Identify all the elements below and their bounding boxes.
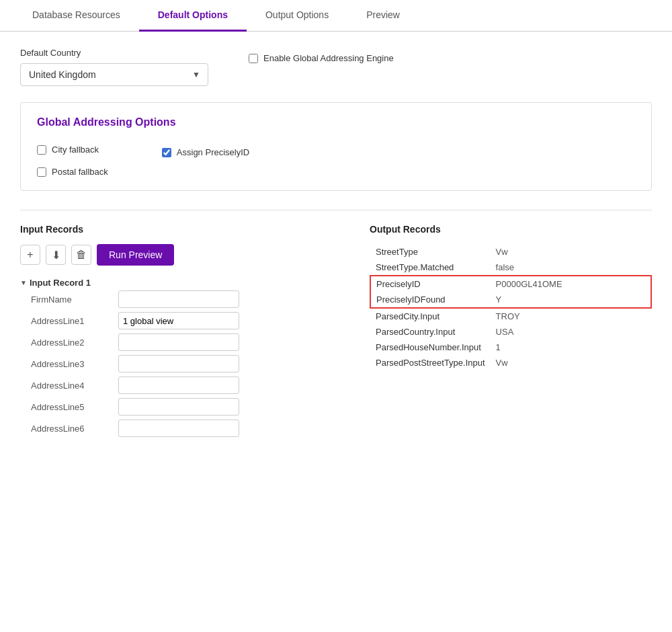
field-value-input[interactable] (118, 333, 239, 351)
field-value-input[interactable] (118, 420, 239, 437)
field-row: AddressLine2 (31, 333, 356, 351)
global-addressing-engine-row: Enable Global Addressing Engine (249, 53, 394, 63)
input-record-1-toggle[interactable]: ▼ Input Record 1 (20, 275, 356, 290)
output-field-name: PreciselyIDFound (370, 292, 491, 308)
input-records-title: Input Records (20, 224, 83, 235)
field-name-label: AddressLine4 (31, 381, 112, 391)
run-preview-button[interactable]: Run Preview (97, 244, 174, 266)
delete-record-button[interactable]: 🗑 (71, 245, 91, 265)
assign-precisely-id-label: Assign PreciselyID (177, 147, 249, 157)
default-country-select-wrapper: United Kingdom United States Canada Aust… (20, 63, 208, 86)
input-records-panel: Input Records + ⬇ 🗑 Run Preview ▼ Input … (20, 224, 370, 441)
output-table-row: ParsedCity.InputTROY (370, 308, 651, 324)
field-value-input[interactable] (118, 398, 239, 416)
input-record-tree: ▼ Input Record 1 FirmNameAddressLine1Add… (20, 275, 356, 437)
top-section: Default Country United Kingdom United St… (20, 48, 652, 86)
default-country-group: Default Country United Kingdom United St… (20, 48, 208, 86)
output-field-value: Y (491, 292, 651, 308)
field-row: FirmName (31, 290, 356, 308)
plus-icon: + (27, 249, 33, 261)
field-value-input[interactable] (118, 290, 239, 308)
tab-output-options[interactable]: Output Options (247, 0, 347, 32)
tab-database-resources[interactable]: Database Resources (13, 0, 139, 32)
enable-global-addressing-checkbox[interactable] (249, 54, 258, 63)
global-addressing-options-body: City fallback Postal fallback Assign Pre… (37, 139, 635, 177)
records-section: Input Records + ⬇ 🗑 Run Preview ▼ Input … (20, 224, 652, 441)
field-name-label: AddressLine6 (31, 424, 112, 434)
output-field-value: Vw (491, 355, 651, 370)
field-name-label: AddressLine3 (31, 359, 112, 369)
add-record-button[interactable]: + (20, 245, 40, 265)
output-field-value: TROY (491, 308, 651, 324)
output-field-value: P0000GL41OME (491, 276, 651, 292)
download-record-button[interactable]: ⬇ (46, 245, 66, 265)
output-field-value: 1 (491, 340, 651, 355)
input-records-header: Input Records (20, 224, 356, 235)
tab-bar: Database Resources Default Options Outpu… (0, 0, 672, 32)
field-row: AddressLine4 (31, 377, 356, 394)
output-table-row: StreetType.Matchedfalse (370, 260, 651, 276)
field-name-label: AddressLine5 (31, 402, 112, 412)
trash-icon: 🗑 (76, 249, 87, 261)
field-name-label: AddressLine2 (31, 338, 112, 348)
output-field-name: ParsedCountry.Input (370, 324, 491, 340)
output-table-row: PreciselyIDFoundY (370, 292, 651, 308)
postal-fallback-label: Postal fallback (52, 167, 108, 177)
output-table-row: StreetTypeVw (370, 244, 651, 260)
output-field-name: ParsedPostStreetType.Input (370, 355, 491, 370)
default-country-select[interactable]: United Kingdom United States Canada Aust… (20, 63, 208, 86)
output-records-title: Output Records (370, 224, 441, 235)
output-table-row: PreciselyIDP0000GL41OME (370, 276, 651, 292)
postal-fallback-row: Postal fallback (37, 167, 108, 177)
assign-precisely-id-checkbox[interactable] (162, 148, 171, 157)
city-fallback-row: City fallback (37, 145, 108, 155)
output-table-row: ParsedHouseNumber.Input1 (370, 340, 651, 355)
input-records-toolbar: + ⬇ 🗑 Run Preview (20, 244, 356, 266)
tab-default-options[interactable]: Default Options (139, 0, 247, 32)
section-divider (20, 210, 652, 210)
assign-precisely-id-row: Assign PreciselyID (162, 147, 249, 157)
field-row: AddressLine5 (31, 398, 356, 416)
output-field-name: ParsedHouseNumber.Input (370, 340, 491, 355)
assign-precisely-id-col: Assign PreciselyID (162, 139, 249, 177)
field-value-input[interactable] (118, 377, 239, 394)
postal-fallback-checkbox[interactable] (37, 167, 46, 177)
input-record-1-fields: FirmNameAddressLine1AddressLine2AddressL… (20, 290, 356, 437)
output-field-name: PreciselyID (370, 276, 491, 292)
output-field-name: StreetType.Matched (370, 260, 491, 276)
output-field-name: StreetType (370, 244, 491, 260)
output-field-value: false (491, 260, 651, 276)
field-value-input[interactable] (118, 312, 239, 329)
field-row: AddressLine6 (31, 420, 356, 437)
fallback-checkboxes: City fallback Postal fallback (37, 139, 108, 177)
tab-preview[interactable]: Preview (347, 0, 419, 32)
field-row: AddressLine1 (31, 312, 356, 329)
field-value-input[interactable] (118, 355, 239, 372)
output-records-panel: Output Records StreetTypeVwStreetType.Ma… (370, 224, 652, 370)
default-country-label: Default Country (20, 48, 208, 58)
input-record-1-label: Input Record 1 (30, 278, 91, 288)
output-records-table: StreetTypeVwStreetType.MatchedfalsePreci… (370, 244, 652, 370)
city-fallback-checkbox[interactable] (37, 145, 46, 155)
enable-global-addressing-label: Enable Global Addressing Engine (263, 53, 394, 63)
output-field-name: ParsedCity.Input (370, 308, 491, 324)
download-icon: ⬇ (52, 249, 60, 262)
city-fallback-label: City fallback (52, 145, 99, 155)
output-records-header: Output Records (370, 224, 652, 235)
output-field-value: Vw (491, 244, 651, 260)
caret-down-icon: ▼ (20, 279, 27, 286)
field-name-label: AddressLine1 (31, 316, 112, 326)
output-table-row: ParsedCountry.InputUSA (370, 324, 651, 340)
output-table-row: ParsedPostStreetType.InputVw (370, 355, 651, 370)
global-addressing-options-title: Global Addressing Options (37, 116, 635, 128)
field-name-label: FirmName (31, 294, 112, 305)
global-addressing-options-box: Global Addressing Options City fallback … (20, 102, 652, 191)
main-content: Default Country United Kingdom United St… (0, 32, 672, 457)
output-field-value: USA (491, 324, 651, 340)
field-row: AddressLine3 (31, 355, 356, 372)
